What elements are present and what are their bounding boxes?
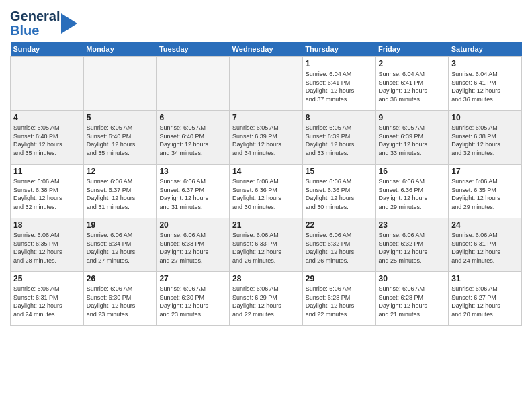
day-info: Sunrise: 6:06 AMSunset: 6:37 PMDaylight:… [159,177,226,211]
week-row-2: 11Sunrise: 6:06 AMSunset: 6:38 PMDayligh… [11,165,522,218]
day-number: 16 [379,167,446,176]
day-number: 17 [451,167,519,176]
day-cell: 23Sunrise: 6:06 AMSunset: 6:32 PMDayligh… [375,218,449,272]
day-info: Sunrise: 6:04 AMSunset: 6:41 PMDaylight:… [451,70,519,103]
day-number: 6 [159,113,226,122]
weekday-header-row: SundayMondayTuesdayWednesdayThursdayFrid… [11,42,522,57]
day-cell: 24Sunrise: 6:06 AMSunset: 6:31 PMDayligh… [449,218,522,272]
day-cell: 1Sunrise: 6:04 AMSunset: 6:41 PMDaylight… [302,57,375,111]
day-info: Sunrise: 6:06 AMSunset: 6:27 PMDaylight:… [451,285,519,318]
day-cell: 15Sunrise: 6:06 AMSunset: 6:36 PMDayligh… [302,165,375,218]
day-info: Sunrise: 6:06 AMSunset: 6:28 PMDaylight:… [306,285,373,318]
day-info: Sunrise: 6:04 AMSunset: 6:41 PMDaylight:… [379,70,446,103]
day-info: Sunrise: 6:06 AMSunset: 6:36 PMDaylight:… [379,177,446,211]
day-number: 26 [87,274,154,283]
day-cell: 8Sunrise: 6:05 AMSunset: 6:39 PMDaylight… [302,111,375,165]
logo-general: General [10,9,60,24]
day-cell: 3Sunrise: 6:04 AMSunset: 6:41 PMDaylight… [449,57,522,111]
day-cell: 30Sunrise: 6:06 AMSunset: 6:28 PMDayligh… [375,272,449,326]
day-number: 20 [159,220,226,230]
day-cell: 22Sunrise: 6:06 AMSunset: 6:32 PMDayligh… [302,218,375,272]
day-cell: 31Sunrise: 6:06 AMSunset: 6:27 PMDayligh… [449,272,522,326]
day-number: 11 [13,167,81,176]
calendar-body: 1Sunrise: 6:04 AMSunset: 6:41 PMDaylight… [11,57,522,326]
weekday-saturday: Saturday [449,42,522,57]
logo-arrow-icon [61,13,77,34]
day-info: Sunrise: 6:06 AMSunset: 6:33 PMDaylight:… [232,231,300,265]
day-info: Sunrise: 6:05 AMSunset: 6:39 PMDaylight:… [379,124,446,157]
day-info: Sunrise: 6:06 AMSunset: 6:32 PMDaylight:… [306,231,373,265]
weekday-monday: Monday [83,42,157,57]
day-number: 23 [379,220,446,230]
weekday-wednesday: Wednesday [230,42,303,57]
day-cell [83,57,157,111]
day-number: 18 [13,220,81,230]
day-info: Sunrise: 6:06 AMSunset: 6:33 PMDaylight:… [159,231,226,265]
day-cell: 6Sunrise: 6:05 AMSunset: 6:40 PMDaylight… [157,111,230,165]
calendar-table: SundayMondayTuesdayWednesdayThursdayFrid… [10,42,522,326]
week-row-3: 18Sunrise: 6:06 AMSunset: 6:35 PMDayligh… [11,218,522,272]
day-number: 30 [379,274,446,283]
day-info: Sunrise: 6:06 AMSunset: 6:35 PMDaylight:… [13,231,81,265]
day-cell: 5Sunrise: 6:05 AMSunset: 6:40 PMDaylight… [83,111,157,165]
day-cell: 27Sunrise: 6:06 AMSunset: 6:30 PMDayligh… [157,272,230,326]
day-info: Sunrise: 6:06 AMSunset: 6:35 PMDaylight:… [451,177,519,211]
day-number: 15 [306,167,373,176]
logo: General Blue [10,9,77,38]
day-number: 21 [232,220,300,230]
day-info: Sunrise: 6:05 AMSunset: 6:40 PMDaylight:… [13,124,81,157]
day-number: 9 [379,113,446,122]
day-number: 2 [379,59,446,68]
day-info: Sunrise: 6:06 AMSunset: 6:36 PMDaylight:… [232,177,300,211]
day-cell: 4Sunrise: 6:05 AMSunset: 6:40 PMDaylight… [11,111,84,165]
day-info: Sunrise: 6:06 AMSunset: 6:32 PMDaylight:… [379,231,446,265]
day-info: Sunrise: 6:06 AMSunset: 6:30 PMDaylight:… [87,285,154,318]
day-cell: 29Sunrise: 6:06 AMSunset: 6:28 PMDayligh… [302,272,375,326]
day-number: 25 [13,274,81,283]
day-info: Sunrise: 6:06 AMSunset: 6:30 PMDaylight:… [159,285,226,318]
day-cell: 20Sunrise: 6:06 AMSunset: 6:33 PMDayligh… [157,218,230,272]
day-number: 13 [159,167,226,176]
day-info: Sunrise: 6:06 AMSunset: 6:36 PMDaylight:… [306,177,373,211]
week-row-4: 25Sunrise: 6:06 AMSunset: 6:31 PMDayligh… [11,272,522,326]
week-row-0: 1Sunrise: 6:04 AMSunset: 6:41 PMDaylight… [11,57,522,111]
weekday-thursday: Thursday [302,42,375,57]
day-cell [230,57,303,111]
day-info: Sunrise: 6:06 AMSunset: 6:31 PMDaylight:… [13,285,81,318]
day-cell: 19Sunrise: 6:06 AMSunset: 6:34 PMDayligh… [83,218,157,272]
day-cell: 16Sunrise: 6:06 AMSunset: 6:36 PMDayligh… [375,165,449,218]
day-number: 22 [306,220,373,230]
day-number: 1 [306,59,373,68]
day-info: Sunrise: 6:05 AMSunset: 6:39 PMDaylight:… [306,124,373,157]
day-cell: 26Sunrise: 6:06 AMSunset: 6:30 PMDayligh… [83,272,157,326]
day-cell [11,57,84,111]
day-cell: 2Sunrise: 6:04 AMSunset: 6:41 PMDaylight… [375,57,449,111]
weekday-tuesday: Tuesday [157,42,230,57]
week-row-1: 4Sunrise: 6:05 AMSunset: 6:40 PMDaylight… [11,111,522,165]
day-info: Sunrise: 6:04 AMSunset: 6:41 PMDaylight:… [306,70,373,103]
day-cell: 25Sunrise: 6:06 AMSunset: 6:31 PMDayligh… [11,272,84,326]
logo-blue: Blue [10,24,60,38]
svg-marker-0 [61,13,77,34]
day-number: 10 [451,113,519,122]
day-number: 31 [451,274,519,283]
day-cell: 10Sunrise: 6:05 AMSunset: 6:38 PMDayligh… [449,111,522,165]
day-info: Sunrise: 6:06 AMSunset: 6:38 PMDaylight:… [13,177,81,211]
day-info: Sunrise: 6:05 AMSunset: 6:39 PMDaylight:… [232,124,300,157]
day-cell: 9Sunrise: 6:05 AMSunset: 6:39 PMDaylight… [375,111,449,165]
day-info: Sunrise: 6:06 AMSunset: 6:34 PMDaylight:… [87,231,154,265]
day-info: Sunrise: 6:06 AMSunset: 6:37 PMDaylight:… [87,177,154,211]
day-number: 5 [87,113,154,122]
weekday-sunday: Sunday [11,42,84,57]
day-cell [157,57,230,111]
day-number: 24 [451,220,519,230]
day-cell: 17Sunrise: 6:06 AMSunset: 6:35 PMDayligh… [449,165,522,218]
day-cell: 12Sunrise: 6:06 AMSunset: 6:37 PMDayligh… [83,165,157,218]
day-cell: 11Sunrise: 6:06 AMSunset: 6:38 PMDayligh… [11,165,84,218]
day-number: 14 [232,167,300,176]
day-number: 8 [306,113,373,122]
day-number: 29 [306,274,373,283]
day-info: Sunrise: 6:05 AMSunset: 6:40 PMDaylight:… [159,124,226,157]
day-number: 7 [232,113,300,122]
day-info: Sunrise: 6:06 AMSunset: 6:29 PMDaylight:… [232,285,300,318]
